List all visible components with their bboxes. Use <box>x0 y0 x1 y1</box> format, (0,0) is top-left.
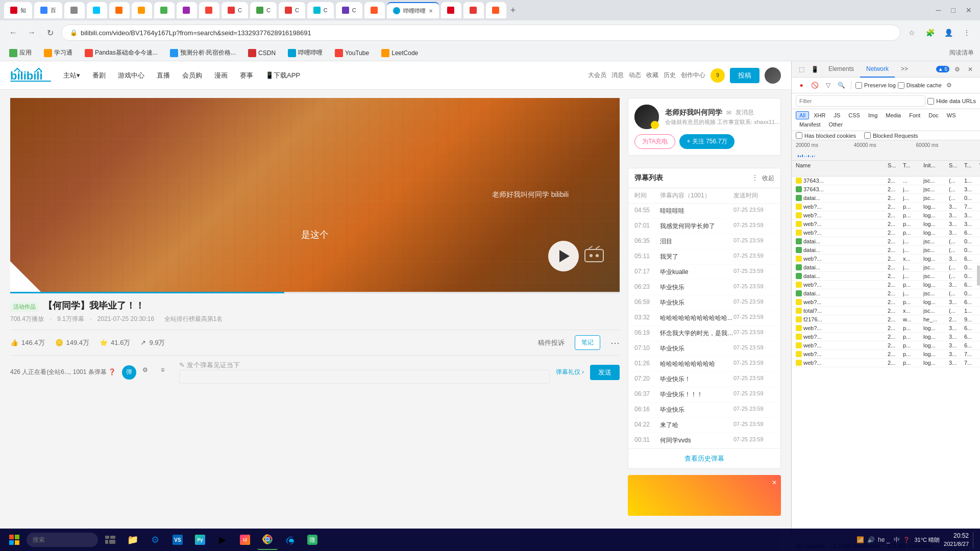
network-table-row[interactable]: web?... 2... p... log... 3... 6... <box>792 281 980 289</box>
maximize-button[interactable]: □ <box>947 4 960 16</box>
col-header-initiator[interactable]: Init... <box>923 162 949 174</box>
record-button[interactable]: ● <box>796 80 807 91</box>
network-table-row[interactable]: datai... 2... j... jsc... (... 0... <box>792 237 980 246</box>
view-history-danmu-button[interactable]: 查看历史弹幕 <box>628 448 780 468</box>
danmu-more-icon[interactable]: ⋮ <box>752 174 758 183</box>
taskbar-app-edge[interactable] <box>280 530 300 550</box>
network-table-row[interactable]: datai... 2... j... jsc... (... 0... <box>792 272 980 281</box>
taskbar-app-taskview[interactable] <box>100 530 120 550</box>
devtools-device-icon[interactable]: 📱 <box>809 64 820 75</box>
danmu-collapse-btn[interactable]: 收起 <box>762 174 774 183</box>
nav-live[interactable]: 直播 <box>155 69 172 82</box>
network-table-row[interactable]: datai... 2... j... jsc... (... 0... <box>792 289 980 298</box>
bookmark-pandas[interactable]: Pandas基础命令今速... <box>82 47 161 58</box>
note-button[interactable]: 笔记 <box>575 335 600 350</box>
type-filter-doc[interactable]: Doc <box>925 111 942 119</box>
network-table-row[interactable]: web?... 2... p... log... 3... 7... <box>792 203 980 211</box>
nav-anime[interactable]: 番剧 <box>90 69 108 82</box>
tab-9[interactable] <box>199 2 219 18</box>
devtools-close-icon[interactable]: ✕ <box>965 64 976 75</box>
clock-display[interactable]: 20:52 2021/8/27 <box>944 532 969 547</box>
bookmark-leetcode[interactable]: LeetCode <box>378 48 421 58</box>
network-table-row[interactable]: web?... 2... p... log... 3... 6... <box>792 324 980 333</box>
nav-vip[interactable]: 会员购 <box>180 69 204 82</box>
nav-tournament[interactable]: 赛事 <box>238 69 255 82</box>
col-header-status[interactable]: S... <box>888 162 903 174</box>
tab-18[interactable] <box>463 2 484 18</box>
blocked-cookies-label[interactable]: Has blocked cookies <box>796 132 856 139</box>
network-tray-icon[interactable]: 📶 <box>856 536 864 543</box>
taskbar-app-chrome[interactable] <box>257 530 278 550</box>
send-message-link[interactable]: 发消息 <box>736 108 754 117</box>
minimize-button[interactable]: ─ <box>932 4 945 16</box>
type-filter-css[interactable]: CSS <box>845 111 864 119</box>
network-table-row[interactable]: web?... 2... p... log... 3... 7... <box>792 350 980 359</box>
recommended-video-thumb[interactable]: ✕ <box>628 475 781 516</box>
network-table-row[interactable]: total?... 2... x... jsc... (... 1... <box>792 307 980 315</box>
type-filter-js[interactable]: JS <box>830 111 844 119</box>
new-tab-button[interactable]: + <box>508 3 518 18</box>
hide-data-urls-label[interactable]: Hide data URLs <box>927 98 976 105</box>
bookmark-apps[interactable]: 应用 <box>6 47 35 58</box>
tab-1[interactable]: 知 <box>4 2 32 18</box>
tab-17[interactable] <box>441 2 461 18</box>
danmu-list-icon[interactable]: ≡ <box>161 366 173 379</box>
start-button[interactable] <box>4 532 24 548</box>
type-filter-ws[interactable]: WS <box>943 111 960 119</box>
network-table-row[interactable]: 37643... 2... ... jsc... (... 1... <box>792 177 980 185</box>
nav-game[interactable]: 游戏中心 <box>116 69 146 82</box>
uploader-avatar[interactable] <box>634 105 659 129</box>
play-button-overlay[interactable] <box>548 241 579 271</box>
upload-button[interactable]: 投稿 <box>730 68 760 83</box>
bookmark-youtube[interactable]: YouTube <box>332 48 372 58</box>
network-table-row[interactable]: datai... 2... j... jsc... (... 0... <box>792 194 980 203</box>
reading-mode-button[interactable]: 阅读清单 <box>949 48 974 57</box>
tab-6[interactable] <box>132 2 152 18</box>
network-table-row[interactable]: web?... 2... p... log... 3... 7... <box>792 359 980 367</box>
danmu-help-icon[interactable]: ❓ <box>108 368 116 375</box>
filter-icon-button[interactable]: ▽ <box>822 80 834 91</box>
network-table-row[interactable]: datai... 2... j... jsc... (... 0... <box>792 263 980 272</box>
danmu-toggle-button[interactable]: 弹 <box>122 365 136 380</box>
send-danmu-button[interactable]: 发送 <box>590 365 620 380</box>
devtools-tab-more[interactable]: >> <box>895 61 914 78</box>
bookmark-bilibili[interactable]: 哔哩哔哩 <box>285 47 326 58</box>
type-filter-img[interactable]: Img <box>865 111 881 119</box>
like-button[interactable]: 👍 146.4万 <box>10 338 45 347</box>
action-message[interactable]: 消息 <box>611 71 624 80</box>
address-bar[interactable]: 🔒 bilibili.com/video/BV1764y167Lp?from=s… <box>61 24 900 41</box>
taskbar-app-explorer[interactable]: 📁 <box>122 530 143 550</box>
network-table-row[interactable]: web?... 2... p... log... 3... 3... <box>792 220 980 229</box>
col-header-size[interactable]: S... <box>949 162 964 174</box>
disable-cache-label[interactable]: Disable cache <box>898 82 942 89</box>
tab-2[interactable]: 百 <box>34 2 62 18</box>
tab-10[interactable]: C <box>222 2 248 18</box>
star-button[interactable]: ⭐ 41.6万 <box>100 338 130 347</box>
tab-12[interactable]: C <box>279 2 305 18</box>
network-filter-input[interactable] <box>796 95 925 107</box>
more-actions-button[interactable]: ⋯ <box>610 337 620 348</box>
tab-11[interactable]: C <box>250 2 277 18</box>
network-table-row[interactable]: f2176... 2... w... he_... 2... 9... <box>792 315 980 324</box>
nav-manga[interactable]: 漫画 <box>212 69 230 82</box>
tab-15[interactable] <box>364 2 385 18</box>
bookmark-csdn[interactable]: CSDN <box>245 48 279 58</box>
col-header-type[interactable]: T... <box>903 162 923 174</box>
search-network-button[interactable]: 🔍 <box>836 80 847 91</box>
col-header-name[interactable]: Name <box>796 162 888 174</box>
taskbar-app-vscode[interactable]: VS <box>167 530 188 550</box>
network-table-row[interactable]: web?... 2... p... log... 3... 6... <box>792 333 980 341</box>
taskbar-search-input[interactable] <box>27 533 98 547</box>
network-table-row[interactable]: datai... 2... j... jsc... (... 0... <box>792 246 980 255</box>
tab-19[interactable] <box>486 2 506 18</box>
input-method-icon[interactable]: 中 <box>894 536 900 544</box>
network-table-row[interactable]: web?... 2... x... log... 3... 6... <box>792 255 980 263</box>
tab-3[interactable] <box>64 2 85 18</box>
close-button[interactable]: ✕ <box>962 4 976 16</box>
forward-button[interactable]: → <box>24 26 39 40</box>
tab-bilibili-close[interactable]: ✕ <box>429 8 433 14</box>
follow-button[interactable]: + 关注 756.7万 <box>679 134 734 149</box>
uploader-name[interactable]: 老师好我叫何同学 <box>665 108 722 117</box>
tab-13[interactable]: C <box>307 2 334 18</box>
close-recommended-icon[interactable]: ✕ <box>772 479 777 486</box>
